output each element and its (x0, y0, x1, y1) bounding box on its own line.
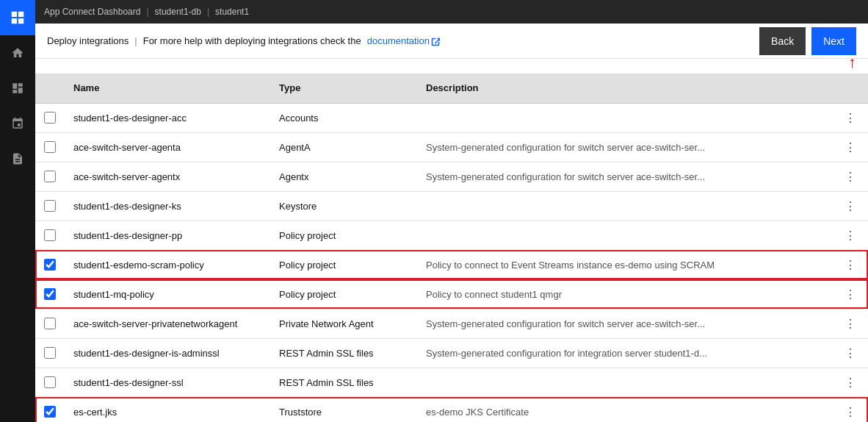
row-menu-cell: ⋮ (833, 162, 868, 191)
row-description: System-generated configuration for switc… (417, 309, 833, 338)
row-description: Policy to connect student1 qmgr (417, 279, 833, 309)
row-name: student1-des-designer-acc (65, 103, 270, 132)
row-menu-cell: ⋮ (833, 368, 868, 397)
row-context-menu-button[interactable]: ⋮ (842, 343, 859, 363)
row-menu-cell: ⋮ (833, 191, 868, 221)
next-button[interactable]: Next (811, 27, 856, 55)
row-type: Policy project (270, 279, 417, 309)
integrations-table: Name Type Description student1-des-desig… (35, 74, 868, 422)
sidebar-item-dashboard[interactable] (0, 71, 35, 106)
row-name: ace-switch-server-privatenetworkagent (65, 309, 270, 338)
app-logo (0, 0, 35, 35)
row-checkbox-cell (35, 162, 65, 191)
row-description (417, 368, 833, 397)
table-row: ace-switch-server-agentxAgentxSystem-gen… (35, 162, 868, 191)
row-name: student1-des-designer-is-adminssl (65, 338, 270, 368)
top-bar: App Connect Dashboard | student1-db | st… (35, 0, 868, 24)
arrow-indicator-row: ↑ (35, 59, 868, 74)
col-menu (833, 74, 868, 103)
row-type: Policy project (270, 221, 417, 250)
row-menu-cell: ⋮ (833, 397, 868, 422)
row-context-menu-button[interactable]: ⋮ (842, 226, 859, 246)
row-checkbox[interactable] (44, 200, 56, 212)
col-checkbox (35, 74, 65, 103)
row-name: student1-des-designer-pp (65, 221, 270, 250)
row-description: System-generated configuration for switc… (417, 132, 833, 162)
row-checkbox[interactable] (44, 318, 56, 329)
row-context-menu-button[interactable]: ⋮ (842, 373, 859, 393)
table-row: student1-des-designer-is-adminsslREST Ad… (35, 338, 868, 368)
row-checkbox[interactable] (44, 229, 56, 241)
sidebar (0, 0, 35, 422)
table-row: student1-des-designer-ksKeystore⋮ (35, 191, 868, 221)
table-row: ace-switch-server-agentaAgentASystem-gen… (35, 132, 868, 162)
deploy-label: Deploy integrations (47, 35, 129, 46)
row-name: student1-esdemo-scram-policy (65, 250, 270, 279)
row-name: student1-des-designer-ssl (65, 368, 270, 397)
table-row: student1-des-designer-ppPolicy project⋮ (35, 221, 868, 250)
row-checkbox[interactable] (44, 171, 56, 182)
documentation-link[interactable]: documentation (367, 35, 440, 46)
row-checkbox-cell (35, 103, 65, 132)
row-checkbox-cell (35, 368, 65, 397)
sidebar-item-catalog[interactable] (0, 141, 35, 176)
row-type: Keystore (270, 191, 417, 221)
row-context-menu-button[interactable]: ⋮ (842, 167, 859, 187)
row-description: es-demo JKS Certificate (417, 397, 833, 422)
row-description (417, 221, 833, 250)
row-menu-cell: ⋮ (833, 309, 868, 338)
row-context-menu-button[interactable]: ⋮ (842, 137, 859, 157)
row-checkbox[interactable] (44, 259, 56, 271)
row-checkbox-cell (35, 191, 65, 221)
table-row: student1-mq-policyPolicy projectPolicy t… (35, 279, 868, 309)
row-menu-cell: ⋮ (833, 279, 868, 309)
row-checkbox-cell (35, 250, 65, 279)
app-name: App Connect Dashboard (44, 7, 140, 17)
col-name: Name (65, 74, 270, 103)
col-type: Type (270, 74, 417, 103)
table-row: student1-des-designer-sslREST Admin SSL … (35, 368, 868, 397)
row-context-menu-button[interactable]: ⋮ (842, 285, 859, 304)
row-menu-cell: ⋮ (833, 338, 868, 368)
col-description: Description (417, 74, 833, 103)
header-actions: Back Next (759, 27, 856, 55)
help-text: For more help with deploying integration… (143, 35, 361, 46)
row-context-menu-button[interactable]: ⋮ (842, 255, 859, 275)
row-description: System-generated configuration for switc… (417, 162, 833, 191)
back-button[interactable]: Back (759, 27, 806, 55)
row-name: ace-switch-server-agenta (65, 132, 270, 162)
row-menu-cell: ⋮ (833, 221, 868, 250)
row-checkbox[interactable] (44, 288, 56, 300)
row-description (417, 103, 833, 132)
row-menu-cell: ⋮ (833, 103, 868, 132)
sidebar-item-integrations[interactable] (0, 106, 35, 141)
row-type: AgentA (270, 132, 417, 162)
row-context-menu-button[interactable]: ⋮ (842, 108, 859, 128)
next-arrow-icon: ↑ (848, 54, 856, 71)
row-checkbox[interactable] (44, 376, 56, 388)
table-row: ace-switch-server-privatenetworkagentPri… (35, 309, 868, 338)
integrations-table-container[interactable]: Name Type Description student1-des-desig… (35, 74, 868, 422)
row-name: student1-mq-policy (65, 279, 270, 309)
row-type: Policy project (270, 250, 417, 279)
row-checkbox[interactable] (44, 406, 56, 418)
row-checkbox[interactable] (44, 112, 56, 124)
row-description (417, 191, 833, 221)
row-checkbox[interactable] (44, 141, 56, 153)
row-menu-cell: ⋮ (833, 250, 868, 279)
row-checkbox-cell (35, 132, 65, 162)
sidebar-item-home[interactable] (0, 35, 35, 71)
row-checkbox[interactable] (44, 347, 56, 359)
row-type: Accounts (270, 103, 417, 132)
row-description: Policy to connect to Event Streams insta… (417, 250, 833, 279)
table-row: es-cert.jksTruststorees-demo JKS Certifi… (35, 397, 868, 422)
row-menu-cell: ⋮ (833, 132, 868, 162)
row-description: System-generated configuration for integ… (417, 338, 833, 368)
breadcrumb-student: student1 (215, 7, 249, 17)
row-context-menu-button[interactable]: ⋮ (842, 314, 859, 334)
row-context-menu-button[interactable]: ⋮ (842, 402, 859, 422)
row-checkbox-cell (35, 397, 65, 422)
row-checkbox-cell (35, 279, 65, 309)
row-checkbox-cell (35, 338, 65, 368)
row-context-menu-button[interactable]: ⋮ (842, 196, 859, 216)
